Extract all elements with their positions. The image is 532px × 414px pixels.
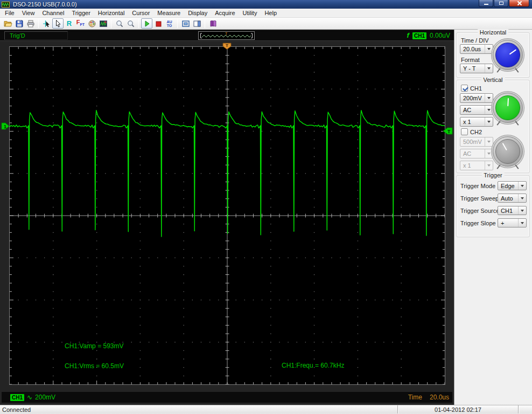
help-button[interactable] — [207, 18, 219, 29]
knob-indicator — [507, 98, 509, 106]
vertical-group: Vertical CH1 200mV AC x 1 — [456, 80, 530, 173]
zoom-out-button[interactable] — [125, 18, 136, 29]
trigger-level-marker[interactable]: T — [443, 127, 453, 135]
menu-file[interactable]: File — [1, 9, 18, 17]
open-folder-icon — [4, 19, 12, 28]
ch1-label: CH1 — [470, 85, 482, 92]
menu-horizontal[interactable]: Horizontal — [94, 9, 129, 17]
trigger-slope-select[interactable]: + — [498, 218, 527, 227]
scope-bottom-bar: CH1 ∿ 200mV Time 20.0us — [2, 392, 452, 403]
menu-channel[interactable]: Channel — [38, 9, 68, 17]
resize-grip[interactable] — [518, 405, 532, 413]
menu-utility[interactable]: Utility — [239, 9, 261, 17]
dropdown-arrow-icon — [485, 94, 493, 102]
zoom-in-button[interactable] — [114, 18, 125, 29]
ch1-position-knob[interactable] — [493, 93, 523, 123]
scope-display[interactable]: CH1:Vamp = 593mVCH1:Vrms = 60.5mVCH1:Fre… — [9, 46, 445, 385]
open-button[interactable] — [2, 18, 13, 29]
panel-toggle-button[interactable] — [191, 18, 202, 29]
format-select[interactable]: Y - T — [460, 64, 493, 73]
autoset-icon: AUTO — [166, 20, 172, 27]
stop-button[interactable] — [152, 18, 164, 29]
menu-acquire[interactable]: Acquire — [211, 9, 239, 17]
fft-button[interactable]: FFT — [75, 18, 86, 29]
ch1-volts-select[interactable]: 200mV — [460, 93, 493, 103]
stop-icon — [154, 19, 163, 28]
dropdown-arrow-icon — [518, 219, 526, 227]
channel1-position-marker[interactable]: 1 — [1, 122, 10, 130]
save-button[interactable] — [13, 18, 25, 29]
play-icon — [143, 19, 151, 28]
dropdown-arrow-icon — [485, 64, 493, 73]
horizontal-group: Horizontal Time / DIV 20.0us Format Y - … — [456, 32, 530, 78]
dropdown-arrow-icon — [518, 182, 526, 190]
time-div-label: Time / DIV — [461, 37, 489, 44]
start-button[interactable] — [141, 18, 152, 29]
coupling-icon: ∿ — [27, 394, 32, 401]
fft-icon: FFT — [76, 20, 85, 27]
menu-display[interactable]: Display — [184, 9, 211, 17]
ch2-label: CH2 — [470, 129, 482, 135]
trigger-channel-badge: CH1 — [412, 32, 426, 39]
cursor-measure-icon — [43, 19, 51, 28]
r-icon: R — [67, 19, 72, 27]
pointer-button[interactable] — [52, 18, 64, 29]
cursor-measure-button[interactable] — [41, 18, 52, 29]
menu-view[interactable]: View — [18, 9, 39, 17]
ch1-probe-select[interactable]: x 1 — [460, 117, 493, 127]
time-per-div-readout: 20.0us — [430, 394, 449, 401]
menu-cursor[interactable]: Cursor — [128, 9, 153, 17]
toolbar-separator — [205, 19, 205, 28]
channel1-badge[interactable]: CH1 — [10, 394, 24, 401]
app-logo-icon — [2, 2, 10, 8]
ch2-coupling-select[interactable]: AC — [460, 149, 493, 158]
trigger-source-select[interactable]: CH1 — [498, 206, 527, 215]
fullscreen-icon — [181, 19, 190, 28]
trigger-mode-select[interactable]: Edge — [498, 181, 527, 190]
menu-measure[interactable]: Measure — [153, 9, 184, 17]
waveform-preview-strip[interactable]: T — [198, 31, 255, 40]
trigger-mode-label: Trigger Mode — [460, 183, 495, 189]
ch2-probe-select[interactable]: x 1 — [460, 161, 493, 170]
fullscreen-button[interactable] — [180, 18, 191, 29]
menu-help[interactable]: Help — [261, 9, 281, 17]
measurement-readout: CH1:Frequ = 60.7kHz — [282, 362, 344, 369]
dropdown-arrow-icon — [485, 118, 493, 126]
refresh-button[interactable]: R — [64, 18, 75, 29]
print-button[interactable] — [25, 18, 36, 29]
ch2-checkbox[interactable] — [461, 128, 468, 135]
ch1-coupling-select[interactable]: AC — [460, 105, 493, 115]
ch2-position-knob[interactable] — [493, 136, 523, 167]
close-icon — [517, 1, 522, 5]
minimize-button[interactable] — [479, 0, 493, 7]
preview-trigger-marker: T — [225, 32, 228, 36]
print-icon — [26, 19, 35, 28]
scope-region: Trig'D T f CH1 0.00uV T — [0, 30, 454, 405]
trigger-sweep-select[interactable]: Auto — [498, 194, 527, 203]
maximize-button[interactable] — [494, 0, 508, 7]
waveform-view-button[interactable] — [97, 18, 109, 29]
datetime-text: 01-04-2012 02:17 — [435, 406, 481, 413]
dropdown-arrow-icon — [518, 194, 526, 202]
horizontal-position-knob[interactable] — [493, 40, 523, 70]
dropdown-arrow-icon — [485, 137, 493, 146]
zoom-in-icon — [115, 19, 124, 28]
ch2-checkbox-row: CH2 — [461, 128, 482, 135]
color-palette-button[interactable] — [86, 18, 97, 29]
datetime-cell: 01-04-2012 02:17 — [397, 405, 518, 413]
toolbar-separator — [38, 19, 39, 28]
close-button[interactable] — [509, 0, 529, 7]
minimize-icon — [484, 4, 488, 5]
trigger-position-marker[interactable]: T — [222, 43, 232, 50]
ch1-checkbox[interactable] — [461, 85, 468, 92]
waveform-view-icon — [99, 19, 108, 28]
vertical-group-title: Vertical — [481, 77, 505, 83]
menu-trigger[interactable]: Trigger — [68, 9, 94, 17]
time-div-select[interactable]: 20.0us — [460, 44, 493, 54]
knob-indicator — [502, 143, 507, 150]
format-label: Format — [461, 57, 480, 63]
toolbar-separator — [138, 19, 139, 28]
ch2-volts-select[interactable]: 500mV — [460, 137, 493, 147]
autoset-button[interactable]: AUTO — [164, 18, 175, 29]
scope-status-bar: Trig'D T f CH1 0.00uV — [0, 30, 454, 41]
